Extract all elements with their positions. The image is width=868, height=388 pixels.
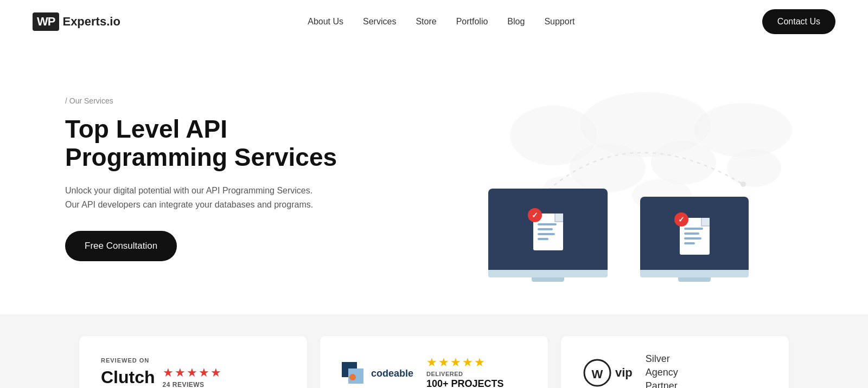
doc-lines-2	[684, 228, 703, 244]
codeable-logo-icon	[342, 362, 363, 384]
doc-line	[538, 233, 555, 235]
svg-point-4	[651, 141, 716, 184]
clutch-badge-card: REVIEWED ON Clutch ★ ★ ★ ★ ★ 24 REVIEWS	[79, 336, 307, 388]
star-2: ★	[175, 366, 186, 380]
codeable-delivered-label: DELIVERED	[426, 371, 504, 377]
hero-content: / Our Services Top Level API Programming…	[65, 96, 347, 262]
doc-line	[684, 228, 703, 230]
codeable-badge-card: codeable ★ ★ ★ ★ ★ DELIVERED 100+ PROJEC…	[320, 336, 548, 388]
star-1: ★	[163, 366, 174, 380]
hero-section: / Our Services Top Level API Programming…	[0, 43, 868, 314]
codeable-sq-orange	[349, 374, 356, 380]
nav-store[interactable]: Store	[416, 17, 436, 26]
gold-star-1: ★	[426, 355, 437, 370]
gold-star-3: ★	[450, 355, 461, 370]
wpvip-partner: Partner	[646, 379, 678, 388]
document-icon-2: ✓	[680, 218, 710, 255]
doc-line	[538, 223, 557, 225]
nav-links: About Us Services Store Portfolio Blog S…	[308, 17, 575, 27]
doc-line	[684, 242, 695, 244]
nav-support[interactable]: Support	[544, 17, 575, 26]
contact-button[interactable]: Contact Us	[762, 9, 835, 34]
gold-star-4: ★	[462, 355, 473, 370]
wpvip-badge-card: W vip Silver Agency Partner	[561, 336, 789, 388]
svg-point-2	[694, 103, 792, 157]
laptops-container: ✓ ✓	[488, 189, 749, 282]
check-badge-2: ✓	[674, 212, 688, 227]
hero-description: Unlock your digital potential with our A…	[65, 184, 326, 211]
wpvip-agency: Agency	[646, 366, 678, 379]
clutch-name: Clutch	[101, 368, 155, 386]
nav-blog[interactable]: Blog	[507, 17, 525, 26]
star-3: ★	[187, 366, 197, 380]
star-5: ★	[210, 366, 221, 380]
codeable-star-rating: ★ ★ ★ ★ ★	[426, 355, 504, 370]
gold-star-5: ★	[474, 355, 485, 370]
breadcrumb: / Our Services	[65, 96, 347, 105]
laptop-screen-1: ✓	[488, 189, 608, 270]
codeable-name: codeable	[371, 368, 413, 379]
laptop-base-2	[640, 270, 749, 277]
laptop-stand-1	[532, 277, 564, 282]
clutch-star-rating: ★ ★ ★ ★ ★	[163, 366, 221, 380]
svg-point-9	[741, 182, 746, 187]
codeable-projects: 100+ PROJECTS	[426, 378, 504, 388]
doc-lines-1	[538, 223, 557, 240]
check-badge-1: ✓	[528, 208, 542, 222]
logo-text: Experts.io	[62, 15, 120, 29]
doc-line	[684, 232, 699, 235]
svg-text:W: W	[592, 367, 603, 381]
document-icon-1: ✓	[533, 214, 563, 250]
codeable-inner: codeable	[342, 362, 413, 384]
laptop-1: ✓	[488, 189, 608, 282]
cta-button[interactable]: Free Consultation	[65, 231, 177, 261]
hero-illustration: ✓ ✓	[477, 76, 803, 282]
star-4: ★	[199, 366, 209, 380]
laptop-base-1	[488, 270, 608, 277]
wpvip-vip-label: vip	[615, 366, 633, 380]
logo-wp-badge: WP	[33, 12, 59, 31]
nav-about-us[interactable]: About Us	[308, 17, 343, 26]
wpvip-logo: W vip	[583, 358, 633, 387]
gold-star-2: ★	[438, 355, 449, 370]
wpvip-text-block: Silver Agency Partner	[646, 352, 678, 388]
doc-line	[538, 228, 553, 230]
clutch-reviews: 24 REVIEWS	[163, 381, 221, 388]
svg-point-5	[727, 149, 781, 187]
laptop-2: ✓	[640, 197, 749, 282]
clutch-reviewed-label: REVIEWED ON	[101, 357, 221, 364]
laptop-screen-2: ✓	[640, 197, 749, 270]
wpvip-silver: Silver	[646, 352, 678, 366]
doc-line	[684, 237, 701, 240]
wp-circle-icon: W	[583, 358, 612, 387]
hero-title: Top Level API Programming Services	[65, 115, 347, 172]
doc-line	[538, 238, 548, 240]
logo[interactable]: WP Experts.io	[33, 12, 120, 31]
navbar: WP Experts.io About Us Services Store Po…	[0, 0, 868, 43]
nav-portfolio[interactable]: Portfolio	[456, 17, 488, 26]
laptop-stand-2	[678, 277, 711, 282]
nav-services[interactable]: Services	[363, 17, 396, 26]
badges-section: REVIEWED ON Clutch ★ ★ ★ ★ ★ 24 REVIEWS	[0, 314, 868, 388]
